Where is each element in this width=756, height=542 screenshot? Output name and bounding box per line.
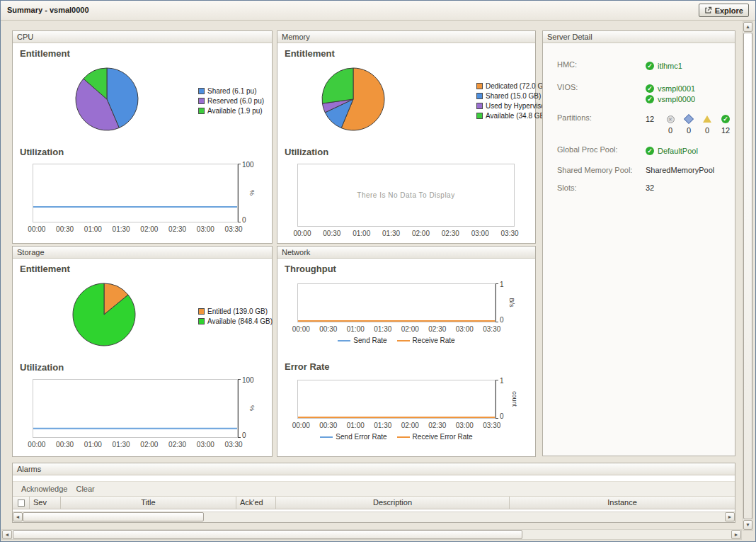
x-axis-label: 03:30 xyxy=(219,225,248,233)
y-axis-unit-label: count xyxy=(511,390,518,406)
x-axis-label: 03:30 xyxy=(479,422,506,429)
column-header-description[interactable]: Description xyxy=(276,497,510,509)
server-detail-panel-title: Server Detail xyxy=(547,33,592,41)
y-axis-max-label: 100 xyxy=(242,376,254,384)
y-axis-tick xyxy=(238,164,241,164)
column-header-title[interactable]: Title xyxy=(61,497,236,509)
hmc-value[interactable]: itlhmc1 xyxy=(658,62,682,70)
y-axis-tick xyxy=(496,283,498,284)
vios-value[interactable]: vsmpl0000 xyxy=(658,95,695,103)
scroll-down-button[interactable] xyxy=(743,520,752,530)
cpu-entitlement-legend: Shared (6.1 pu)Reserved (6.0 pu)Availabl… xyxy=(198,86,264,115)
chart-series-svg xyxy=(298,380,495,418)
x-axis-label: 03:00 xyxy=(451,422,479,429)
global-proc-pool-value[interactable]: DefaultPool xyxy=(658,147,698,155)
normal-severity-icon xyxy=(721,115,730,123)
page-title: Summary - vsmal0000 xyxy=(7,6,89,14)
chart-series-svg xyxy=(298,284,495,322)
column-header-instance[interactable]: Instance xyxy=(510,497,735,509)
page-header: Summary - vsmal0000 Explore xyxy=(1,1,755,21)
status-ok-icon xyxy=(646,84,654,93)
chart-plot-area xyxy=(297,283,496,322)
legend-label: Send Error Rate xyxy=(336,433,386,441)
column-header-sev[interactable]: Sev xyxy=(30,497,61,509)
x-axis-label: 01:30 xyxy=(377,230,406,237)
server-detail-panel-header: Server Detail xyxy=(543,31,735,43)
legend-swatch xyxy=(476,113,483,119)
chart-plot-area: There Is No Data To Display xyxy=(297,164,515,227)
y-axis-max-label: 100 xyxy=(242,161,254,169)
legend-label: Receive Rate xyxy=(413,337,455,344)
x-axis-label: 02:30 xyxy=(164,441,192,448)
memory-panel: Memory Entitlement Dedicated (72.0 GB)Sh… xyxy=(277,30,536,244)
x-axis-label: 03:30 xyxy=(495,230,525,237)
x-axis-label: 03:30 xyxy=(479,325,506,333)
memory-entitlement-chart: Dedicated (72.0 GB)Shared (15.0 GB)Used … xyxy=(277,60,535,142)
x-axis-label: 03:00 xyxy=(451,325,479,333)
vertical-scrollbar-thumb[interactable] xyxy=(743,33,752,519)
critical-count: 0 xyxy=(680,126,698,135)
acknowledge-button[interactable]: Acknowledge xyxy=(21,485,67,493)
memory-utilization-chart: There Is No Data To Display00:0000:3001:… xyxy=(277,164,535,239)
status-ok-icon xyxy=(646,62,654,70)
column-header-acked[interactable]: Ack'ed xyxy=(236,497,276,509)
alarms-toolbar: Acknowledge Clear xyxy=(13,481,735,497)
y-axis-tick xyxy=(496,380,498,380)
alarms-scrollbar-thumb[interactable] xyxy=(23,512,204,521)
scroll-right-button[interactable] xyxy=(731,530,741,539)
clear-button[interactable]: Clear xyxy=(76,485,94,493)
x-axis-label: 03:30 xyxy=(219,441,248,448)
horizontal-scrollbar-thumb[interactable] xyxy=(13,530,522,539)
chart-plot-area xyxy=(297,380,496,419)
y-axis-unit-label: % xyxy=(248,405,256,410)
legend-swatch xyxy=(198,318,205,324)
explore-button[interactable]: Explore xyxy=(699,4,749,17)
scroll-right-button[interactable] xyxy=(725,512,735,521)
network-panel-header: Network xyxy=(277,247,535,259)
alarms-horizontal-scrollbar[interactable] xyxy=(13,512,735,522)
x-axis-label: 00:30 xyxy=(51,225,79,233)
legend-line-swatch xyxy=(320,436,333,438)
chart-legend: Send RateReceive Rate xyxy=(297,337,496,344)
horizontal-scrollbar[interactable] xyxy=(1,529,742,540)
network-panel-title: Network xyxy=(282,248,310,256)
chart-legend: Send Error RateReceive Error Rate xyxy=(297,433,496,441)
global-proc-pool-row: Global Proc Pool: DefaultPool xyxy=(557,145,735,156)
storage-entitlement-chart: Entitled (139.0 GB)Available (848.4 GB) xyxy=(13,275,272,357)
x-axis-label: 00:00 xyxy=(287,422,315,429)
legend-label: Available (1.9 pu) xyxy=(207,107,263,115)
x-axis-label: 03:00 xyxy=(192,225,220,233)
x-axis-label: 01:00 xyxy=(347,230,377,237)
cpu-panel-title: CPU xyxy=(17,33,33,41)
legend-label: Send Rate xyxy=(353,337,386,344)
x-axis-labels: 00:0000:3001:0001:3002:0002:3003:0003:30 xyxy=(287,422,505,429)
y-axis-unit-label: % xyxy=(248,189,256,195)
x-axis-label: 02:00 xyxy=(396,325,424,333)
chart-legend-item: Receive Error Rate xyxy=(397,433,473,441)
cpu-panel-header: CPU xyxy=(13,31,272,43)
chart-plot-area xyxy=(33,164,238,222)
scroll-up-button[interactable] xyxy=(743,22,752,32)
shared-memory-pool-label: Shared Memory Pool: xyxy=(557,166,646,174)
fatal-count: 0 xyxy=(661,126,680,135)
legend-label: Available (848.4 GB) xyxy=(207,317,273,325)
select-all-checkbox[interactable] xyxy=(18,499,25,507)
legend-swatch xyxy=(198,308,205,315)
x-axis-label: 02:30 xyxy=(424,325,452,333)
scroll-left-button[interactable] xyxy=(2,530,12,539)
legend-swatch xyxy=(476,93,483,99)
critical-severity-icon xyxy=(684,114,694,124)
explore-icon xyxy=(704,6,712,14)
explore-label: Explore xyxy=(715,6,743,15)
legend-swatch xyxy=(198,98,205,104)
vertical-scrollbar[interactable] xyxy=(743,21,753,531)
scroll-left-button[interactable] xyxy=(13,512,23,521)
shared-memory-pool-value: SharedMemoryPool xyxy=(646,166,714,174)
x-axis-labels: 00:0000:3001:0001:3002:0002:3003:0003:30 xyxy=(23,441,248,448)
legend-label: Dedicated (72.0 GB) xyxy=(486,82,550,90)
legend-line-swatch xyxy=(338,340,350,341)
cpu-entitlement-chart: Shared (6.1 pu)Reserved (6.0 pu)Availabl… xyxy=(13,60,272,142)
vios-value[interactable]: vsmpl0001 xyxy=(658,84,695,93)
hmc-row: HMC: itlhmc1 xyxy=(557,60,735,71)
x-axis-label: 01:00 xyxy=(342,325,370,333)
